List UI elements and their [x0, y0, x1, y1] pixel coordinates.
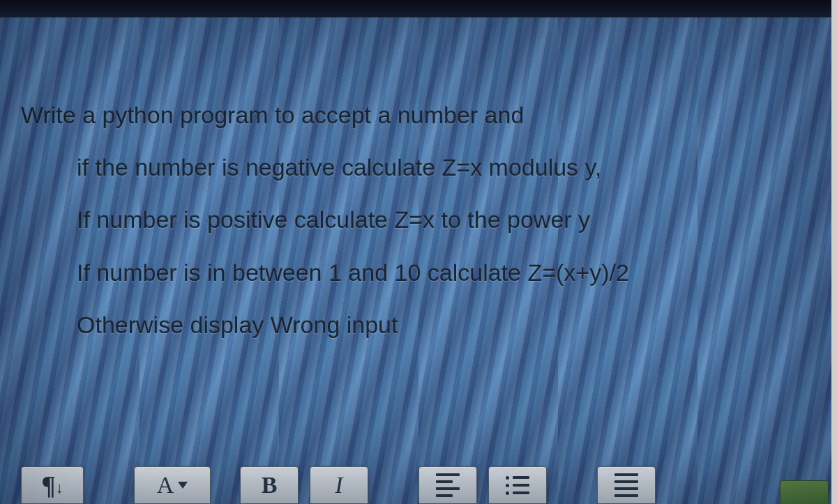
editor-toolbar: ¶↓ A B I — [21, 455, 831, 504]
question-line-2: if the number is negative calculate Z=x … — [21, 146, 810, 189]
justify-button[interactable] — [597, 466, 656, 504]
bullet-list-button[interactable] — [488, 466, 547, 504]
bold-label: B — [262, 472, 278, 498]
question-text-block: Write a python program to accept a numbe… — [0, 17, 831, 370]
font-color-button[interactable]: A — [134, 466, 211, 504]
question-line-5: Otherwise display Wrong input — [21, 304, 810, 346]
font-color-label: A — [157, 472, 174, 498]
question-line-3: If number is positive calculate Z=x to t… — [21, 199, 810, 241]
screen-edge — [831, 0, 837, 504]
chevron-down-icon — [178, 482, 188, 489]
question-line-1: Write a python program to accept a numbe… — [21, 94, 810, 137]
justify-icon — [614, 473, 638, 497]
subscript-arrow-icon: ↓ — [56, 479, 63, 496]
question-panel: Write a python program to accept a numbe… — [0, 17, 831, 504]
bullet-list-icon — [506, 476, 529, 495]
paragraph-format-button[interactable]: ¶↓ — [21, 466, 84, 504]
question-line-4: If number is in between 1 and 10 calcula… — [21, 252, 810, 294]
color-swatch-button[interactable] — [780, 480, 829, 504]
pilcrow-icon: ¶ — [41, 471, 56, 500]
align-left-icon — [436, 473, 460, 497]
italic-button[interactable]: I — [310, 466, 368, 504]
bold-button[interactable]: B — [240, 466, 299, 504]
italic-label: I — [335, 472, 342, 498]
align-left-button[interactable] — [418, 466, 477, 504]
